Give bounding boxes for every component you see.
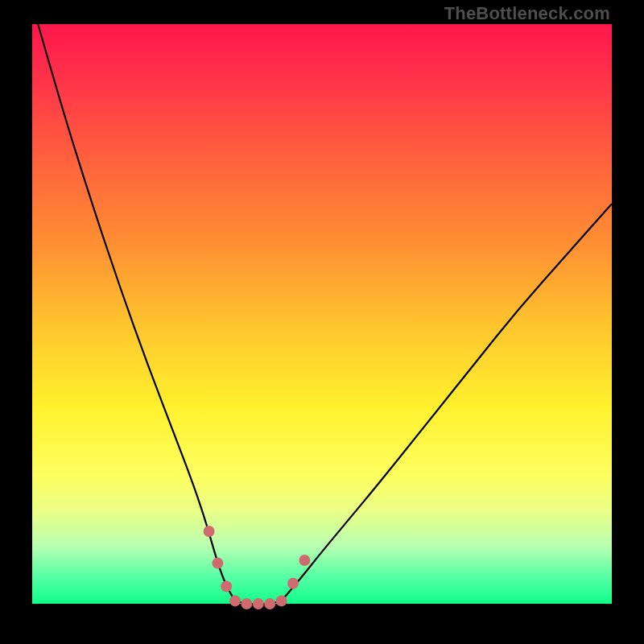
highlight-dots (204, 526, 311, 609)
curve-layer (32, 24, 612, 604)
highlight-dot (253, 598, 264, 609)
highlight-dot (241, 598, 252, 609)
highlight-dot (299, 555, 310, 566)
bottleneck-curve (38, 24, 612, 604)
highlight-dot (221, 580, 232, 592)
watermark-label: TheBottleneck.com (444, 3, 610, 24)
highlight-dot (276, 595, 287, 606)
highlight-dot (204, 526, 215, 537)
highlight-dot (229, 595, 241, 606)
highlight-dot (264, 598, 275, 609)
highlight-dot (212, 558, 223, 569)
chart-frame: TheBottleneck.com (0, 0, 644, 644)
chart-plot-area (32, 24, 612, 604)
highlight-dot (287, 578, 299, 589)
